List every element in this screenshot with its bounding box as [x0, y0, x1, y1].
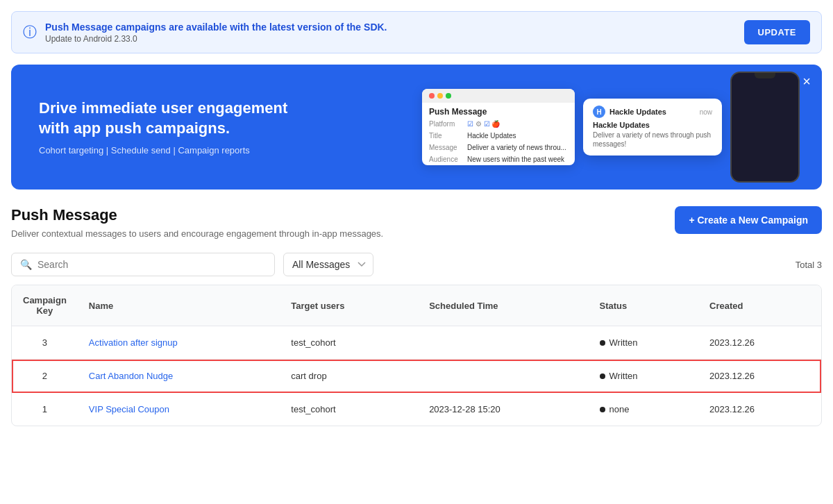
page-header-text: Push Message Deliver contextual messages…	[11, 206, 383, 239]
cell-name[interactable]: Cart Abandon Nudge	[78, 360, 280, 393]
cell-scheduled: 2023-12-28 15:20	[418, 393, 588, 426]
hero-title: Drive immediate user engagement with app…	[39, 99, 317, 138]
alert-banner: ⓘ Push Message campaigns are available w…	[11, 11, 822, 53]
cell-name[interactable]: Activation after signup	[78, 326, 280, 360]
cell-status: Written	[589, 326, 698, 360]
table-row[interactable]: 2 Cart Abandon Nudge cart drop Written 2…	[12, 360, 821, 393]
cell-created: 2023.12.26	[698, 360, 821, 393]
status-dot	[600, 407, 605, 412]
col-header-created: Created	[698, 285, 821, 326]
status-dot	[600, 373, 605, 379]
search-icon: 🔍	[20, 259, 32, 270]
campaign-name-link[interactable]: Activation after signup	[89, 337, 178, 348]
cell-key: 2	[12, 360, 78, 393]
cell-target: cart drop	[280, 360, 418, 393]
cell-status: Written	[589, 360, 698, 393]
total-count: Total 3	[796, 260, 822, 270]
filter-select[interactable]: All MessagesWrittenNone	[283, 253, 373, 276]
campaign-name-link[interactable]: Cart Abandon Nudge	[89, 371, 173, 381]
cell-scheduled	[418, 360, 588, 393]
cell-target: test_cohort	[280, 326, 418, 360]
hero-close-button[interactable]: ×	[802, 74, 811, 88]
cell-scheduled	[418, 326, 588, 360]
hero-subtitle: Cohort targeting | Schedule send | Campa…	[39, 145, 794, 156]
cell-created: 2023.12.26	[698, 393, 821, 426]
col-header-key: CampaignKey	[12, 285, 78, 326]
dot-yellow	[437, 93, 443, 99]
col-header-scheduled: Scheduled Time	[418, 285, 588, 326]
page-description: Deliver contextual messages to users and…	[11, 228, 383, 239]
col-header-target: Target users	[280, 285, 418, 326]
campaigns-table: CampaignKey Name Target users Scheduled …	[11, 285, 822, 426]
alert-subtitle: Update to Android 2.33.0	[45, 34, 744, 44]
table-header-row: CampaignKey Name Target users Scheduled …	[12, 285, 821, 326]
table-row[interactable]: 1 VIP Special Coupon test_cohort 2023-12…	[12, 393, 821, 426]
toolbar: 🔍 All MessagesWrittenNone Total 3	[11, 253, 822, 276]
col-header-name: Name	[78, 285, 280, 326]
dot-green	[446, 93, 451, 99]
campaign-name-link[interactable]: VIP Special Coupon	[89, 404, 169, 414]
create-campaign-button[interactable]: + Create a New Campaign	[675, 206, 822, 234]
phone-notch	[755, 73, 775, 78]
cell-target: test_cohort	[280, 393, 418, 426]
alert-title: Push Message campaigns are available wit…	[45, 22, 744, 33]
col-header-status: Status	[589, 285, 698, 326]
page-header: Push Message Deliver contextual messages…	[11, 206, 822, 239]
cell-created: 2023.12.26	[698, 326, 821, 360]
cell-key: 3	[12, 326, 78, 360]
page-title: Push Message	[11, 206, 383, 224]
cell-status: none	[589, 393, 698, 426]
info-icon: ⓘ	[23, 23, 37, 42]
update-button[interactable]: UPDATE	[744, 20, 810, 44]
search-input[interactable]	[37, 259, 266, 270]
status-dot	[600, 340, 605, 346]
cell-name[interactable]: VIP Special Coupon	[78, 393, 280, 426]
hero-text: Drive immediate user engagement with app…	[39, 99, 794, 156]
search-container[interactable]: 🔍	[11, 253, 275, 276]
dot-red	[429, 93, 435, 99]
table-row[interactable]: 3 Activation after signup test_cohort Wr…	[12, 326, 821, 360]
alert-content: Push Message campaigns are available wit…	[45, 22, 744, 44]
hero-banner: × Drive immediate user engagement with a…	[11, 65, 822, 190]
cell-key: 1	[12, 393, 78, 426]
